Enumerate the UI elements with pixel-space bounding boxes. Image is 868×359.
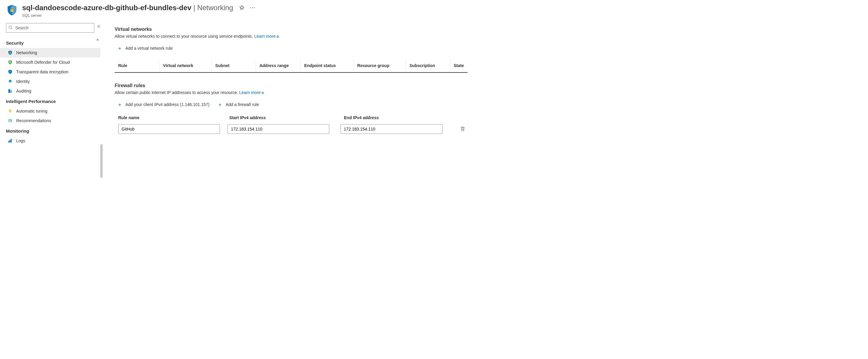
plus-icon: ＋ <box>117 44 122 52</box>
sidebar-item-recommendations[interactable]: Recommendations <box>0 116 100 125</box>
vnet-col-subscription[interactable]: Subscription <box>406 59 450 72</box>
svg-rect-11 <box>9 121 11 121</box>
svg-rect-3 <box>9 52 11 54</box>
add-client-ip-button[interactable]: ＋ Add your client IPv4 address (1.146.10… <box>117 100 210 109</box>
sidebar-item-auto-tuning[interactable]: Automatic tuning <box>0 106 100 116</box>
sql-server-shield-icon <box>6 4 18 16</box>
shield-lock-icon <box>8 50 12 55</box>
plus-icon: ＋ <box>117 101 122 108</box>
defender-icon <box>8 60 12 65</box>
svg-rect-10 <box>9 120 10 120</box>
sidebar-group-monitoring: Monitoring <box>6 125 100 136</box>
svg-rect-14 <box>9 140 10 143</box>
sidebar-item-label: Automatic tuning <box>16 109 47 114</box>
add-firewall-rule-button[interactable]: ＋ Add a firewall rule <box>217 100 259 109</box>
sidebar-item-label: Identity <box>16 79 30 84</box>
firewall-rule-end-ip-input[interactable] <box>341 124 442 134</box>
vnet-learn-more-link[interactable]: Learn more ⧉ <box>254 34 279 39</box>
sidebar-item-label: Recommendations <box>16 118 51 123</box>
vnet-col-virtual-network[interactable]: Virtual network <box>159 59 211 72</box>
svg-line-2 <box>11 28 12 29</box>
firewall-section-title: Firewall rules <box>115 83 465 88</box>
firewall-rule-row <box>115 124 465 137</box>
sidebar-item-networking[interactable]: Networking <box>0 48 100 58</box>
sidebar-item-label: Logs <box>16 138 25 143</box>
sidebar-group-security: Security <box>6 37 100 48</box>
sidebar-item-tde[interactable]: Transparent data encryption <box>0 67 100 77</box>
svg-rect-6 <box>10 72 10 73</box>
firewall-col-end-ip: End IPv4 address <box>344 115 453 120</box>
vnet-section-title: Virtual networks <box>115 27 465 32</box>
firewall-learn-more-link[interactable]: Learn more ⧉ <box>239 90 264 95</box>
blade-title: Networking <box>197 4 233 12</box>
firewall-table-header: Rule name Start IPv4 address End IPv4 ad… <box>115 115 465 124</box>
firewall-rule-name-input[interactable] <box>118 124 220 134</box>
svg-rect-13 <box>8 141 9 143</box>
svg-rect-8 <box>10 90 12 93</box>
main-content: Virtual networks Allow virtual networks … <box>100 20 468 140</box>
recommendations-icon <box>8 118 12 123</box>
vnet-col-endpoint-status[interactable]: Endpoint status <box>301 59 353 72</box>
sidebar-search-input[interactable] <box>6 23 94 33</box>
vnet-rules-table: Rule Virtual network Subnet Address rang… <box>115 59 467 73</box>
svg-rect-7 <box>8 89 10 93</box>
scroll-up-icon[interactable] <box>96 37 99 42</box>
auditing-icon <box>8 89 12 93</box>
sidebar-item-label: Auditing <box>16 89 31 93</box>
firewall-rule-start-ip-input[interactable] <box>227 124 329 134</box>
sidebar-group-intelligent: Intelligent Performance <box>6 96 100 106</box>
plus-icon: ＋ <box>217 101 223 108</box>
sidebar-item-logs[interactable]: Logs <box>0 136 100 146</box>
svg-point-1 <box>9 26 12 28</box>
svg-rect-0 <box>10 9 13 12</box>
firewall-section-desc: Allow certain public internet IP address… <box>115 90 465 95</box>
sidebar-item-label: Microsoft Defender for Cloud <box>16 60 70 65</box>
vnet-col-state[interactable]: State <box>450 59 467 72</box>
svg-point-4 <box>9 61 11 63</box>
sidebar-item-label: Transparent data encryption <box>16 69 68 74</box>
vnet-col-address-range[interactable]: Address range <box>256 59 301 72</box>
logs-icon <box>8 138 12 143</box>
svg-point-16 <box>10 139 12 141</box>
favorite-star-icon[interactable] <box>239 4 245 12</box>
resource-name: sql-dandoescode-azure-db-github-ef-bundl… <box>22 4 191 12</box>
sidebar-scrollbar-thumb[interactable] <box>100 144 103 178</box>
vnet-section-desc: Allow virtual networks to connect to you… <box>115 34 465 39</box>
lightning-icon <box>8 109 12 114</box>
vnet-col-rule[interactable]: Rule <box>115 59 159 72</box>
sidebar: Security Networking Microsoft Defender f… <box>0 20 100 146</box>
firewall-col-rule-name: Rule name <box>115 115 224 120</box>
resource-header: sql-dandoescode-azure-db-github-ef-bundl… <box>0 0 468 20</box>
sidebar-item-defender[interactable]: Microsoft Defender for Cloud <box>0 58 100 67</box>
svg-rect-12 <box>9 121 11 122</box>
add-vnet-rule-button[interactable]: ＋ Add a virtual network rule <box>117 44 173 52</box>
firewall-col-start-ip: Start IPv4 address <box>229 115 339 120</box>
sidebar-item-label: Networking <box>16 50 37 55</box>
vnet-col-resource-group[interactable]: Resource group <box>353 59 406 72</box>
more-actions-icon[interactable]: ··· <box>250 5 256 10</box>
sidebar-item-auditing[interactable]: Auditing <box>0 86 100 96</box>
vnet-col-subnet[interactable]: Subnet <box>212 59 256 72</box>
sidebar-item-identity[interactable]: Identity <box>0 77 100 86</box>
shield-key-icon <box>8 69 12 74</box>
search-icon <box>8 26 12 31</box>
identity-icon <box>8 79 12 84</box>
resource-type-label: SQL server <box>22 13 468 18</box>
delete-firewall-rule-icon[interactable] <box>460 126 465 132</box>
